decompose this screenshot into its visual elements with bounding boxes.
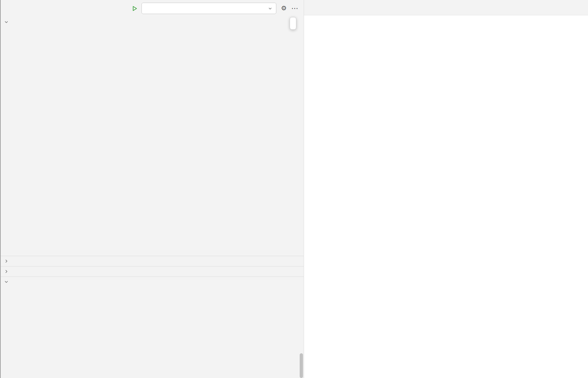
debug-config-bar: ⚙ ⋯ [130, 3, 299, 14]
section-breakpoints[interactable] [1, 276, 304, 287]
section-watch[interactable] [1, 256, 304, 266]
debug-toolbar [290, 17, 296, 30]
run-and-debug-panel: ⚙ ⋯ [0, 0, 304, 378]
more-actions-icon[interactable]: ⋯ [291, 3, 299, 14]
debug-config-dropdown[interactable] [141, 3, 276, 14]
section-call-stack[interactable] [1, 266, 304, 276]
vscode-debug-window: ⚙ ⋯ [0, 0, 588, 378]
start-debug-icon[interactable] [130, 3, 139, 14]
chevron-down-icon [3, 19, 9, 25]
panel-scrollbar[interactable] [300, 353, 303, 378]
chevron-down-icon [3, 279, 9, 285]
gear-icon[interactable]: ⚙ [281, 3, 287, 14]
chevron-right-icon [3, 258, 9, 264]
chevron-down-icon [268, 6, 273, 11]
editor-area [304, 0, 588, 378]
chevron-right-icon [3, 269, 9, 274]
section-variables[interactable] [1, 17, 304, 27]
tab-bar [304, 0, 588, 15]
code-editor[interactable] [304, 15, 588, 378]
